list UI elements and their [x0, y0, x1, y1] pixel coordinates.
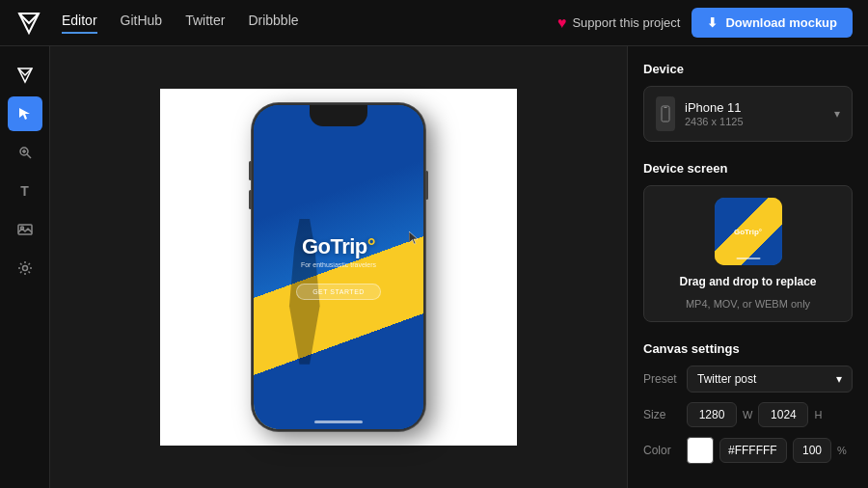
svg-line-1 — [27, 154, 31, 158]
nav-editor[interactable]: Editor — [62, 13, 97, 34]
phone-volume-up — [249, 161, 252, 180]
text-tool-icon: T — [20, 183, 29, 199]
phone-bottom-bar — [314, 420, 363, 423]
thumb-logo: GoTrip° — [734, 228, 762, 236]
text-tool[interactable]: T — [8, 174, 42, 208]
size-height-input[interactable] — [758, 402, 808, 427]
left-sidebar: T — [0, 46, 50, 488]
drag-drop-sub: MP4, MOV, or WEBM only — [686, 298, 810, 310]
select-tool[interactable] — [8, 96, 42, 131]
app-logo-dot: ° — [367, 234, 375, 258]
phone-app-content: GoTrip° For enthusiastic travelers GET S… — [254, 105, 423, 429]
chevron-down-icon: ▾ — [834, 107, 840, 121]
size-label: Size — [643, 408, 687, 421]
color-row: Color % — [643, 437, 853, 464]
svg-point-6 — [22, 266, 27, 271]
device-section: Device iPhone 11 2436 x 1125 ▾ — [643, 62, 853, 142]
color-hex-input[interactable] — [719, 438, 787, 463]
color-control: % — [687, 437, 853, 464]
device-selector[interactable]: iPhone 11 2436 x 1125 ▾ — [643, 86, 853, 142]
percent-label: % — [837, 445, 847, 456]
heart-icon: ♥ — [557, 14, 567, 32]
size-row: Size W H — [643, 402, 853, 427]
preset-control: Twitter post ▾ — [687, 366, 853, 393]
top-nav: Editor GitHub Twitter Dribbble ♥ Support… — [0, 0, 868, 46]
phone-volume-down — [249, 190, 252, 209]
width-label: W — [743, 409, 752, 420]
app-tagline: For enthusiastic travelers — [301, 261, 376, 268]
device-resolution: 2436 x 1125 — [685, 116, 825, 127]
right-panel: Device iPhone 11 2436 x 1125 ▾ Device sc… — [627, 46, 868, 488]
nav-right: ♥ Support this project ⬇ Download mockup — [557, 8, 853, 38]
nav-github[interactable]: GitHub — [121, 13, 163, 34]
device-section-title: Device — [643, 62, 853, 76]
image-tool[interactable] — [8, 212, 42, 247]
device-name: iPhone 11 — [685, 100, 825, 115]
phone-notch — [310, 105, 367, 126]
screen-thumbnail: GoTrip° — [715, 198, 782, 265]
size-control: W H — [687, 402, 853, 427]
main-layout: T — [0, 46, 868, 488]
device-icon — [656, 96, 675, 131]
device-info: iPhone 11 2436 x 1125 — [685, 100, 825, 127]
canvas-area[interactable]: GoTrip° For enthusiastic travelers GET S… — [50, 46, 627, 488]
nav-dribbble[interactable]: Dribbble — [248, 13, 298, 34]
color-preview[interactable] — [687, 437, 714, 464]
device-screen-title: Device screen — [643, 161, 853, 176]
phone-mockup: GoTrip° For enthusiastic travelers GET S… — [252, 103, 425, 431]
app-logo-text: GoTrip° — [302, 234, 375, 259]
size-width-input[interactable] — [687, 402, 737, 427]
phone-power-button — [425, 171, 428, 200]
download-icon: ⬇ — [707, 15, 718, 30]
settings-tool[interactable] — [8, 251, 42, 285]
nav-links: Editor GitHub Twitter Dribbble — [62, 13, 557, 34]
phone-outer: GoTrip° For enthusiastic travelers GET S… — [252, 103, 425, 431]
color-label: Color — [643, 444, 687, 457]
thumb-bar — [736, 258, 760, 259]
support-label: Support this project — [572, 15, 680, 30]
canvas-settings-section: Canvas settings Preset Twitter post ▾ Si… — [643, 341, 853, 474]
canvas-content: GoTrip° For enthusiastic travelers GET S… — [160, 89, 517, 446]
nav-twitter[interactable]: Twitter — [185, 13, 225, 34]
canvas-settings-title: Canvas settings — [643, 341, 853, 356]
drag-drop-text: Drag and drop to replace — [679, 275, 816, 288]
opacity-input[interactable] — [793, 438, 831, 463]
preset-label: Preset — [643, 372, 687, 386]
svg-rect-7 — [662, 106, 669, 122]
zoom-tool[interactable] — [8, 135, 42, 170]
logo-tool — [8, 58, 42, 93]
preset-chevron: ▾ — [836, 372, 842, 386]
preset-row: Preset Twitter post ▾ — [643, 366, 853, 393]
support-button[interactable]: ♥ Support this project — [557, 14, 681, 32]
device-screen-section: Device screen GoTrip° Drag and drop to r… — [643, 161, 853, 322]
app-cta-button: GET STARTED — [296, 284, 381, 300]
preset-select[interactable]: Twitter post ▾ — [687, 366, 853, 393]
download-button[interactable]: ⬇ Download mockup — [692, 8, 853, 38]
height-label: H — [814, 409, 822, 420]
download-label: Download mockup — [725, 15, 837, 30]
preset-value: Twitter post — [697, 372, 756, 386]
app-logo-name: GoTrip — [302, 234, 367, 258]
app-logo — [15, 10, 42, 37]
screen-preview-box[interactable]: GoTrip° Drag and drop to replace MP4, MO… — [643, 185, 853, 322]
